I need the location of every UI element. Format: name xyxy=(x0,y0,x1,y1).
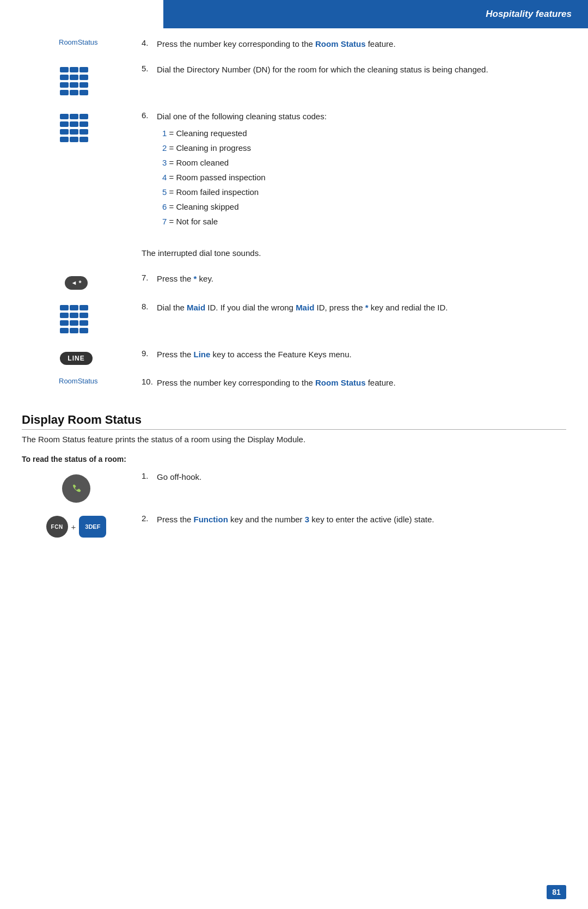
step-6: 6. Dial one of the following cleaning st… xyxy=(142,111,566,233)
code-item-5: 5 = Room failed inspection xyxy=(162,185,327,199)
step-9-row: LINE 9. Press the Line key to access the… xyxy=(22,349,566,371)
line-bold: Line xyxy=(194,350,211,359)
step-10-text: Press the number key corresponding to th… xyxy=(157,377,396,389)
page-number: 81 xyxy=(547,885,566,899)
interrupted-right: The interrupted dial tone sounds. xyxy=(131,245,566,267)
step-7-left: ◄ * xyxy=(22,273,131,296)
display-step-1-row: 1. Go off-hook. xyxy=(22,471,566,508)
display-step-2-right: 2. Press the Function key and the number… xyxy=(131,514,566,540)
line-key-icon: LINE xyxy=(60,352,92,365)
step-8-left xyxy=(22,302,131,343)
interrupted-note-row: The interrupted dial tone sounds. xyxy=(22,245,566,267)
room-status-bold-4: Room Status xyxy=(315,39,366,48)
fcn-label: FCN xyxy=(51,524,63,530)
step-6-num: 6. xyxy=(142,111,157,120)
step-4-num: 4. xyxy=(142,38,157,47)
interrupted-left xyxy=(22,245,131,267)
star-symbol: * xyxy=(78,279,81,287)
step-5-num: 5. xyxy=(142,64,157,73)
code-item-3: 3 = Room cleaned xyxy=(162,155,327,170)
step-7-text: Press the * key. xyxy=(157,273,213,285)
line-key-label: LINE xyxy=(68,355,84,362)
code-num-7: 7 xyxy=(162,217,167,226)
main-content: RoomStatus 4. Press the number key corre… xyxy=(0,38,588,578)
step-9-text: Press the Line key to access the Feature… xyxy=(157,349,352,361)
step-6-text: Dial one of the following cleaning statu… xyxy=(157,111,327,233)
step-5-row: 5. Dial the Directory Number (DN) for th… xyxy=(22,64,566,105)
plus-icon: + xyxy=(71,522,76,532)
step-8-num: 8. xyxy=(142,302,157,311)
step-8-text: Dial the Maid ID. If you dial the wrong … xyxy=(157,302,448,314)
code-num-2: 2 xyxy=(162,143,167,152)
step-7-row: ◄ * 7. Press the * key. xyxy=(22,273,566,296)
step-10-row: RoomStatus 10. Press the number key corr… xyxy=(22,377,566,397)
room-status-bold-10: Room Status xyxy=(315,378,366,387)
code-item-2: 2 = Cleaning in progress xyxy=(162,141,327,155)
keypad-icon-1 xyxy=(60,67,93,99)
svg-point-0 xyxy=(69,481,84,496)
fcn-3def-row: FCN + 3DEF xyxy=(46,516,107,538)
num3-button-icon: 3DEF xyxy=(79,516,106,538)
code-num-6: 6 xyxy=(162,202,167,211)
handset-svg xyxy=(69,481,84,496)
step-4-text: Press the number key corresponding to th… xyxy=(157,38,396,51)
function-bold: Function xyxy=(194,515,228,524)
display-step-2-text: Press the Function key and the number 3 … xyxy=(157,514,434,526)
step-5-text: Dial the Directory Number (DN) for the r… xyxy=(157,64,488,76)
display-step-2-left: FCN + 3DEF xyxy=(22,514,131,540)
display-step-1-num: 1. xyxy=(142,471,157,480)
keypad-icon-2 xyxy=(60,114,93,145)
to-read-label: To read the status of a room: xyxy=(22,455,566,463)
num3-label: 3DEF xyxy=(85,523,100,530)
arrow-left-icon: ◄ xyxy=(71,279,77,286)
step-7: 7. Press the * key. xyxy=(142,273,566,285)
fcn-button-icon: FCN xyxy=(46,516,68,538)
code-num-5: 5 xyxy=(162,187,167,197)
star-bold-8: * xyxy=(365,303,369,312)
code-item-1: 1 = Cleaning requested xyxy=(162,126,327,141)
step-5-left xyxy=(22,64,131,105)
step-8-row: 8. Dial the Maid ID. If you dial the wro… xyxy=(22,302,566,343)
handset-icon xyxy=(62,474,90,503)
step-9: 9. Press the Line key to access the Feat… xyxy=(142,349,566,361)
maid-bold-2: Maid xyxy=(296,303,314,312)
code-item-4: 4 = Room passed inspection xyxy=(162,170,327,185)
code-item-7: 7 = Not for sale xyxy=(162,214,327,229)
room-status-label-bottom: RoomStatus xyxy=(59,377,98,385)
step-9-num: 9. xyxy=(142,349,157,358)
display-step-1-left xyxy=(22,471,131,508)
display-room-status-title: Display Room Status xyxy=(22,413,566,430)
interrupted-note: The interrupted dial tone sounds. xyxy=(142,247,566,260)
display-step-2-row: FCN + 3DEF 2. Press the Function key and… xyxy=(22,514,566,540)
step-4-right: 4. Press the number key corresponding to… xyxy=(131,38,566,58)
three-bold: 3 xyxy=(305,515,309,524)
step-4-left: RoomStatus xyxy=(22,38,131,58)
display-step-1-text: Go off-hook. xyxy=(157,471,201,484)
step-8: 8. Dial the Maid ID. If you dial the wro… xyxy=(142,302,566,314)
code-num-4: 4 xyxy=(162,173,167,182)
cleaning-codes-list: 1 = Cleaning requested 2 = Cleaning in p… xyxy=(162,126,327,229)
step-9-left: LINE xyxy=(22,349,131,371)
step-6-left xyxy=(22,111,131,240)
star-key-icon: ◄ * xyxy=(65,276,88,290)
step-6-row: 6. Dial one of the following cleaning st… xyxy=(22,111,566,240)
header-bar: Hospitality features xyxy=(163,0,588,28)
step-4: 4. Press the number key corresponding to… xyxy=(142,38,566,51)
display-step-2: 2. Press the Function key and the number… xyxy=(142,514,566,526)
step-4-row: RoomStatus 4. Press the number key corre… xyxy=(22,38,566,58)
step-6-right: 6. Dial one of the following cleaning st… xyxy=(131,111,566,240)
code-num-3: 3 xyxy=(162,158,167,167)
code-item-6: 6 = Cleaning skipped xyxy=(162,199,327,214)
step-8-right: 8. Dial the Maid ID. If you dial the wro… xyxy=(131,302,566,343)
maid-bold-1: Maid xyxy=(187,303,205,312)
step-5-right: 5. Dial the Directory Number (DN) for th… xyxy=(131,64,566,105)
step-5: 5. Dial the Directory Number (DN) for th… xyxy=(142,64,566,76)
step-9-right: 9. Press the Line key to access the Feat… xyxy=(131,349,566,371)
step-10-left: RoomStatus xyxy=(22,377,131,397)
display-step-1: 1. Go off-hook. xyxy=(142,471,566,484)
star-bold-7: * xyxy=(194,274,197,283)
room-status-label-top: RoomStatus xyxy=(59,38,98,46)
step-10-num: 10. xyxy=(142,377,157,386)
display-step-2-num: 2. xyxy=(142,514,157,523)
display-step-1-right: 1. Go off-hook. xyxy=(131,471,566,508)
